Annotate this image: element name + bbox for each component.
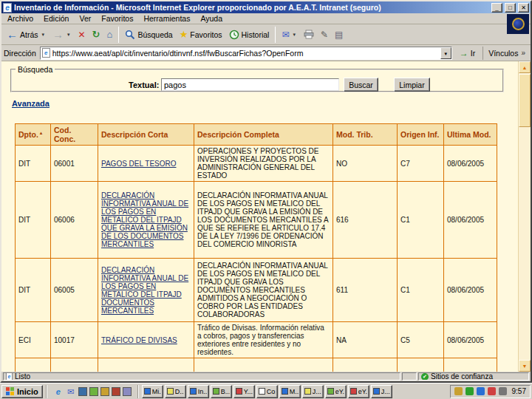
avanzada-link[interactable]: Avanzada [12,99,50,108]
cell-ultima: 08/06/2005 [444,358,497,372]
menu-edicion[interactable]: Edición [38,13,74,24]
taskbar-clock[interactable]: 9:57 [510,387,526,395]
taskbar-window-button[interactable]: In.. [188,385,209,398]
limpiar-button[interactable]: Limpiar [394,78,430,92]
menu-ver[interactable]: Ver [74,13,96,24]
address-bar: Dirección e https://www.aeat/apl/cit/inv… [1,45,531,61]
ficha-link[interactable]: DECLARACIÓN INFORMATIVA ANUAL DE LOS PAG… [101,266,188,315]
taskbar-window-button[interactable]: Mi.. [142,385,163,398]
close-button[interactable]: ✕ [518,3,529,13]
col-header-cod-conc[interactable]: Cod. Conc. [51,124,98,146]
maximize-button[interactable]: □ [505,3,516,13]
col-header-dpto[interactable]: Dpto.▴ [16,124,51,146]
scroll-down-button[interactable]: ▼ [519,360,531,372]
search-legend: Búsqueda [16,65,55,74]
cell-mod-trib: 616 [333,182,398,259]
task-icon [282,388,288,395]
history-button[interactable]: Historial [226,26,273,44]
cell-mod-trib: 544 [333,358,398,372]
menu-herramientas[interactable]: Herramientas [138,13,195,24]
quicklaunch-show-desktop-icon[interactable] [78,387,87,396]
favorites-button[interactable]: ★ Favoritos [177,26,225,44]
tray-status-icon[interactable] [454,387,463,395]
security-zone-text: Sitios de confianza [431,372,493,381]
cell-origen: C2 [398,358,444,372]
cell-dpto: DIT [16,146,51,182]
cell-cod: 04037 [51,358,98,372]
refresh-icon: ↻ [92,30,100,40]
cell-corta: DECLARACIÓN INFORMATIVA ANUAL DE LOS PAG… [98,259,194,322]
back-dropdown-icon[interactable]: ▾ [41,32,47,38]
col-header-mod-trib[interactable]: Mod. Trib. [333,124,398,146]
minimize-button[interactable]: _ [491,3,502,13]
col-header-origen-inf[interactable]: Origen Inf. [398,124,444,146]
task-label: D... [175,388,184,395]
buscar-button[interactable]: Buscar [344,78,378,92]
menu-favoritos[interactable]: Favoritos [96,13,138,24]
address-input[interactable]: e https://www.aeat/apl/cit/inventario/dt… [40,47,452,60]
table-row: DIT 06005 DECLARACIÓN INFORMATIVA ANUAL … [16,259,497,322]
task-label: Y... [244,388,253,395]
discuss-button[interactable]: ▤ [332,26,346,44]
col-header-desc-completa[interactable]: Descripción Completa [194,124,333,146]
quicklaunch-ie-icon[interactable]: e [53,386,64,397]
quicklaunch-mail-icon[interactable]: ✉ [66,386,76,397]
print-button[interactable] [301,26,317,44]
links-band[interactable]: Vínculos » [482,47,528,60]
task-icon [350,388,357,395]
col-header-ultima-mod[interactable]: Ultima Mod. [444,124,497,146]
menu-archivo[interactable]: Archivo [2,13,38,24]
address-dropdown-button[interactable]: ▾ [440,47,451,59]
forward-button[interactable]: → ▾ [50,26,75,44]
taskbar-window-button[interactable]: Co.. [256,385,278,398]
task-label: M... [290,388,299,395]
task-icon [327,388,334,395]
menu-ayuda[interactable]: Ayuda [195,13,228,24]
task-icon [236,388,242,395]
cell-mod-trib: NO [333,146,398,182]
ficha-link[interactable]: PAGOS DEL TESORO [101,160,177,168]
edit-button[interactable]: ✎ [318,26,331,44]
window-title: Inventario de Información - Microsoft In… [14,3,489,12]
taskbar-window-button[interactable]: M... [279,385,301,398]
ficha-link[interactable]: TRÁFICO DE DIVISAS [101,336,177,344]
address-url[interactable]: https://www.aeat/apl/cit/inventario/dtin… [52,49,438,58]
forward-dropdown-icon[interactable]: ▾ [66,32,72,38]
ficha-link[interactable]: DECLARACIÓN INFORMATIVA ANUAL DE LOS PAG… [101,191,188,248]
stop-button[interactable]: ✕ [75,26,89,44]
tray-volume-icon[interactable] [499,387,507,395]
col-header-desc-corta[interactable]: Descripción Corta [98,124,194,146]
tray-antivirus-icon[interactable] [466,387,474,395]
table-row: ECI 10017 TRÁFICO DE DIVISAS Tráfico de … [16,322,497,358]
taskbar-window-button[interactable]: D... [165,385,186,398]
quicklaunch-app-icon[interactable] [112,387,120,396]
quicklaunch-app-icon[interactable] [100,387,109,396]
taskbar-window-button[interactable]: J... [302,385,324,398]
mail-button[interactable]: ✉ ▾ [279,26,300,44]
tray-messenger-icon[interactable] [488,387,496,395]
home-button[interactable]: ⌂ [104,26,116,44]
quicklaunch-app-icon[interactable] [123,387,132,396]
refresh-button[interactable]: ↻ [89,26,103,44]
tray-network-icon[interactable] [477,387,485,395]
taskbar-window-button[interactable]: Y... [233,385,255,398]
cell-completa: OPERACIONES Y PROYECTOS DE INVERSIÓN REA… [194,146,333,182]
taskbar-window-button[interactable]: B... [211,385,232,398]
vertical-scrollbar[interactable]: ▲ ▼ [518,61,531,372]
go-button[interactable]: → Ir [456,47,479,59]
status-page-icon: e [6,372,13,381]
taskbar-window-button[interactable]: eY.. [348,385,369,398]
mail-dropdown-icon[interactable]: ▾ [292,32,298,38]
col-header-label: Dpto. [18,130,38,139]
search-button[interactable]: Búsqueda [122,26,175,44]
start-button[interactable]: Inicio [1,385,43,398]
search-input[interactable] [161,78,339,91]
task-label: J... [313,388,321,395]
task-icon [167,388,174,395]
scroll-thumb[interactable] [519,74,531,127]
quicklaunch-app-icon[interactable] [89,387,98,396]
taskbar-window-button[interactable]: J... [371,385,392,398]
scroll-up-button[interactable]: ▲ [519,61,531,73]
taskbar-window-button[interactable]: eY.. [325,385,347,398]
back-button[interactable]: ← Atrás ▾ [4,26,49,44]
